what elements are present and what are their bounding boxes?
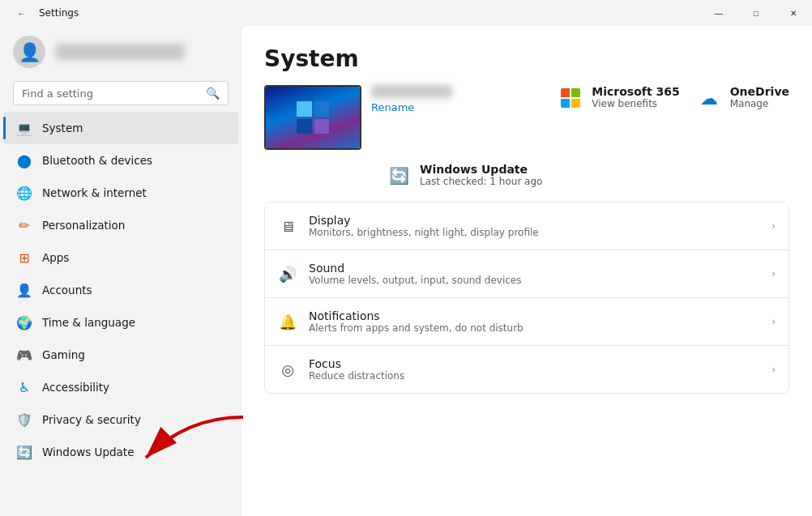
onedrive-action: Manage bbox=[730, 98, 789, 109]
sidebar-item-time[interactable]: 🌍Time & language bbox=[3, 306, 238, 339]
maximize-button[interactable]: □ bbox=[737, 0, 775, 26]
sidebar-item-gaming[interactable]: 🎮Gaming bbox=[3, 339, 238, 371]
sidebar-item-label-network: Network & internet bbox=[42, 186, 147, 199]
settings-item-sound[interactable]: 🔊SoundVolume levels, output, input, soun… bbox=[265, 250, 788, 298]
update-name: Windows Update bbox=[420, 163, 542, 176]
onedrive-card[interactable]: ☁ OneDrive Manage bbox=[696, 85, 789, 111]
ms365-card[interactable]: Microsoft 365 View benefits bbox=[558, 85, 679, 111]
search-icon: 🔍 bbox=[206, 87, 220, 100]
display-icon: 🖥 bbox=[278, 216, 297, 236]
sidebar-item-accessibility[interactable]: ♿Accessibility bbox=[3, 371, 238, 403]
sidebar-item-label-time: Time & language bbox=[42, 316, 135, 329]
sound-icon: 🔊 bbox=[278, 264, 297, 284]
pc-preview bbox=[264, 85, 361, 150]
focus-icon: ◎ bbox=[278, 360, 297, 379]
sound-title: Sound bbox=[309, 262, 760, 275]
chevron-right-icon: › bbox=[771, 364, 776, 375]
windows-logo bbox=[297, 101, 329, 134]
chevron-right-icon: › bbox=[771, 268, 776, 279]
sidebar-item-label-gaming: Gaming bbox=[42, 348, 85, 361]
user-profile[interactable]: 👤 bbox=[0, 26, 241, 78]
onedrive-icon: ☁ bbox=[696, 85, 722, 111]
page-title: System bbox=[264, 45, 789, 72]
back-button[interactable]: ← bbox=[10, 0, 32, 26]
sidebar-item-label-privacy: Privacy & security bbox=[42, 413, 141, 426]
update-status: Last checked: 1 hour ago bbox=[420, 176, 542, 187]
sidebar-item-label-personalization: Personalization bbox=[42, 219, 125, 232]
rename-link[interactable]: Rename bbox=[371, 101, 452, 113]
close-button[interactable]: ✕ bbox=[775, 0, 812, 26]
windows-update-icon: 🔄 bbox=[386, 163, 412, 189]
privacy-icon: 🛡️ bbox=[16, 412, 32, 428]
apps-icon: ⊞ bbox=[16, 249, 32, 266]
network-icon: 🌐 bbox=[16, 185, 32, 201]
sidebar-item-label-bluetooth: Bluetooth & devices bbox=[42, 154, 152, 167]
sidebar-item-label-system: System bbox=[42, 122, 83, 134]
settings-item-display[interactable]: 🖥DisplayMonitors, brightness, night ligh… bbox=[265, 203, 788, 250]
update-icon: 🔄 bbox=[16, 444, 32, 460]
display-desc: Monitors, brightness, night light, displ… bbox=[309, 227, 760, 238]
search-container: Find a setting 🔍 bbox=[0, 78, 241, 112]
sidebar-item-accounts[interactable]: 👤Accounts bbox=[3, 274, 238, 306]
ms365-icon bbox=[558, 85, 583, 111]
rename-area: Rename bbox=[361, 85, 462, 113]
search-placeholder: Find a setting bbox=[22, 87, 199, 100]
chevron-right-icon: › bbox=[771, 316, 776, 327]
gaming-icon: 🎮 bbox=[16, 347, 32, 363]
titlebar: ← Settings — □ ✕ bbox=[0, 0, 812, 26]
pc-name bbox=[371, 85, 452, 98]
system-icon: 💻 bbox=[16, 120, 32, 136]
top-cards: Rename Microsoft 365 Vie bbox=[264, 85, 789, 150]
sidebar-item-privacy[interactable]: 🛡️Privacy & security bbox=[3, 403, 238, 436]
sidebar-item-update[interactable]: 🔄Windows Update bbox=[3, 436, 238, 468]
accessibility-icon: ♿ bbox=[16, 379, 32, 395]
ms365-action: View benefits bbox=[592, 98, 679, 109]
accounts-icon: 👤 bbox=[16, 282, 32, 298]
focus-title: Focus bbox=[309, 357, 760, 370]
sidebar-item-system[interactable]: 💻System bbox=[3, 112, 238, 144]
sidebar-item-apps[interactable]: ⊞Apps bbox=[3, 241, 238, 274]
notifications-desc: Alerts from apps and system, do not dist… bbox=[309, 322, 760, 334]
focus-desc: Reduce distractions bbox=[309, 370, 760, 382]
settings-list: 🖥DisplayMonitors, brightness, night ligh… bbox=[264, 202, 789, 394]
bluetooth-icon: ⬤ bbox=[16, 152, 32, 168]
sidebar-item-label-apps: Apps bbox=[42, 251, 69, 264]
nav-items: 💻System⬤Bluetooth & devices🌐Network & in… bbox=[0, 112, 241, 510]
sidebar-item-network[interactable]: 🌐Network & internet bbox=[3, 177, 238, 209]
sidebar-item-label-accessibility: Accessibility bbox=[42, 381, 109, 394]
sidebar: 👤 Find a setting 🔍 💻System⬤Bluetooth & d… bbox=[0, 26, 241, 516]
user-name bbox=[55, 44, 185, 60]
avatar: 👤 bbox=[13, 36, 45, 68]
main-layout: 👤 Find a setting 🔍 💻System⬤Bluetooth & d… bbox=[0, 26, 812, 516]
personalization-icon: ✏️ bbox=[16, 217, 32, 233]
sidebar-item-label-accounts: Accounts bbox=[42, 284, 92, 296]
sound-desc: Volume levels, output, input, sound devi… bbox=[309, 275, 760, 286]
service-cards: Microsoft 365 View benefits ☁ OneDrive M… bbox=[558, 85, 789, 111]
ms365-name: Microsoft 365 bbox=[592, 85, 679, 98]
content-area: System Rename bbox=[241, 26, 812, 516]
display-title: Display bbox=[309, 214, 760, 227]
sidebar-item-bluetooth[interactable]: ⬤Bluetooth & devices bbox=[3, 144, 238, 177]
notifications-icon: 🔔 bbox=[278, 312, 297, 331]
minimize-button[interactable]: — bbox=[700, 0, 737, 26]
notifications-title: Notifications bbox=[309, 309, 760, 322]
window-controls: — □ ✕ bbox=[700, 0, 812, 26]
onedrive-name: OneDrive bbox=[730, 85, 789, 98]
search-box[interactable]: Find a setting 🔍 bbox=[13, 81, 229, 105]
sidebar-item-personalization[interactable]: ✏️Personalization bbox=[3, 209, 238, 241]
time-icon: 🌍 bbox=[16, 314, 32, 330]
app-title: Settings bbox=[39, 7, 79, 19]
sidebar-item-label-update: Windows Update bbox=[42, 446, 134, 458]
settings-item-notifications[interactable]: 🔔NotificationsAlerts from apps and syste… bbox=[265, 298, 788, 346]
chevron-right-icon: › bbox=[771, 220, 776, 232]
settings-item-focus[interactable]: ◎FocusReduce distractions› bbox=[265, 346, 788, 393]
windows-update-card[interactable]: 🔄 Windows Update Last checked: 1 hour ag… bbox=[386, 163, 789, 189]
